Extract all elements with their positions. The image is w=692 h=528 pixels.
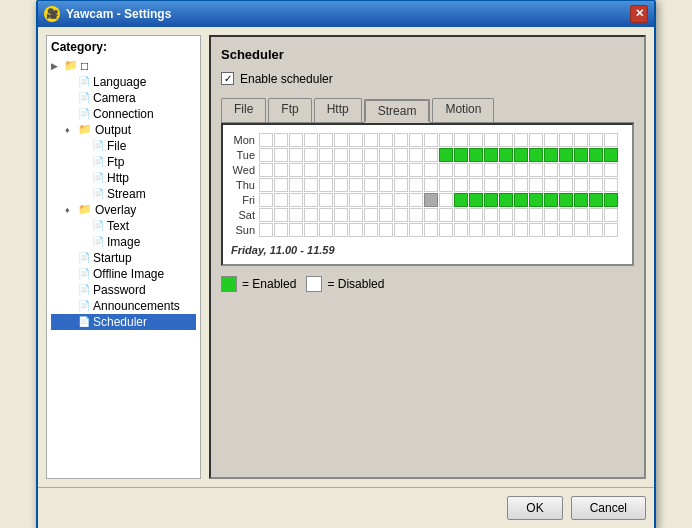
cell-fri-16[interactable] [499, 193, 513, 207]
cell-thu-11[interactable] [424, 178, 438, 192]
cell-fri-20[interactable] [559, 193, 573, 207]
cell-wed-3[interactable] [304, 163, 318, 177]
cell-sat-21[interactable] [574, 208, 588, 222]
cell-thu-1[interactable] [274, 178, 288, 192]
cell-tue-1[interactable] [274, 148, 288, 162]
cell-wed-19[interactable] [544, 163, 558, 177]
cell-sat-10[interactable] [409, 208, 423, 222]
cell-wed-6[interactable] [349, 163, 363, 177]
cell-tue-3[interactable] [304, 148, 318, 162]
cell-fri-23[interactable] [604, 193, 618, 207]
cell-tue-19[interactable] [544, 148, 558, 162]
cell-thu-0[interactable] [259, 178, 273, 192]
cell-sat-13[interactable] [454, 208, 468, 222]
cell-sun-1[interactable] [274, 223, 288, 237]
cell-tue-17[interactable] [514, 148, 528, 162]
cell-sun-16[interactable] [499, 223, 513, 237]
cell-sun-0[interactable] [259, 223, 273, 237]
cell-tue-23[interactable] [604, 148, 618, 162]
cell-mon-18[interactable] [529, 133, 543, 147]
sidebar-item-image[interactable]: 📄Image [51, 234, 196, 250]
cell-mon-0[interactable] [259, 133, 273, 147]
cell-fri-13[interactable] [454, 193, 468, 207]
cell-tue-4[interactable] [319, 148, 333, 162]
cell-mon-2[interactable] [289, 133, 303, 147]
cell-wed-2[interactable] [289, 163, 303, 177]
cell-sun-3[interactable] [304, 223, 318, 237]
cell-sat-22[interactable] [589, 208, 603, 222]
cell-sat-5[interactable] [334, 208, 348, 222]
cell-tue-13[interactable] [454, 148, 468, 162]
cell-sun-6[interactable] [349, 223, 363, 237]
cell-sat-11[interactable] [424, 208, 438, 222]
sidebar-item-output[interactable]: ♦📁Output [51, 122, 196, 138]
cell-fri-7[interactable] [364, 193, 378, 207]
cell-wed-14[interactable] [469, 163, 483, 177]
sidebar-item-camera[interactable]: 📄Camera [51, 90, 196, 106]
cell-tue-10[interactable] [409, 148, 423, 162]
cell-wed-15[interactable] [484, 163, 498, 177]
cell-mon-9[interactable] [394, 133, 408, 147]
cell-sat-19[interactable] [544, 208, 558, 222]
cell-fri-5[interactable] [334, 193, 348, 207]
cell-mon-10[interactable] [409, 133, 423, 147]
cell-mon-19[interactable] [544, 133, 558, 147]
cell-wed-22[interactable] [589, 163, 603, 177]
cell-mon-20[interactable] [559, 133, 573, 147]
cell-sat-8[interactable] [379, 208, 393, 222]
cell-thu-17[interactable] [514, 178, 528, 192]
cell-fri-12[interactable] [439, 193, 453, 207]
cell-sun-11[interactable] [424, 223, 438, 237]
sidebar-item-http[interactable]: 📄Http [51, 170, 196, 186]
cell-mon-15[interactable] [484, 133, 498, 147]
cell-tue-5[interactable] [334, 148, 348, 162]
cell-wed-1[interactable] [274, 163, 288, 177]
tab-http[interactable]: Http [314, 98, 362, 122]
cell-fri-21[interactable] [574, 193, 588, 207]
cell-wed-13[interactable] [454, 163, 468, 177]
sidebar-item-stream[interactable]: 📄Stream [51, 186, 196, 202]
cell-fri-19[interactable] [544, 193, 558, 207]
cell-sun-13[interactable] [454, 223, 468, 237]
tab-stream[interactable]: Stream [364, 99, 431, 123]
cell-sun-4[interactable] [319, 223, 333, 237]
cell-sun-14[interactable] [469, 223, 483, 237]
cell-tue-0[interactable] [259, 148, 273, 162]
cell-mon-12[interactable] [439, 133, 453, 147]
cell-sun-5[interactable] [334, 223, 348, 237]
cell-thu-22[interactable] [589, 178, 603, 192]
cell-wed-4[interactable] [319, 163, 333, 177]
cell-wed-16[interactable] [499, 163, 513, 177]
cell-sat-1[interactable] [274, 208, 288, 222]
cell-thu-19[interactable] [544, 178, 558, 192]
sidebar-item-file[interactable]: 📄File [51, 138, 196, 154]
cell-sun-9[interactable] [394, 223, 408, 237]
sidebar-item-ftp[interactable]: 📄Ftp [51, 154, 196, 170]
cell-tue-11[interactable] [424, 148, 438, 162]
cell-wed-12[interactable] [439, 163, 453, 177]
sidebar-item-password[interactable]: 📄Password [51, 282, 196, 298]
cell-sun-18[interactable] [529, 223, 543, 237]
cell-wed-7[interactable] [364, 163, 378, 177]
cell-sun-15[interactable] [484, 223, 498, 237]
cell-sat-20[interactable] [559, 208, 573, 222]
cell-sun-20[interactable] [559, 223, 573, 237]
cell-tue-22[interactable] [589, 148, 603, 162]
cell-thu-6[interactable] [349, 178, 363, 192]
cell-wed-9[interactable] [394, 163, 408, 177]
cell-sun-2[interactable] [289, 223, 303, 237]
tab-file[interactable]: File [221, 98, 266, 122]
cell-sun-19[interactable] [544, 223, 558, 237]
cell-thu-18[interactable] [529, 178, 543, 192]
cell-thu-15[interactable] [484, 178, 498, 192]
cell-mon-8[interactable] [379, 133, 393, 147]
cell-thu-20[interactable] [559, 178, 573, 192]
sidebar-item-announcements[interactable]: 📄Announcements [51, 298, 196, 314]
cell-fri-9[interactable] [394, 193, 408, 207]
cell-tue-20[interactable] [559, 148, 573, 162]
cell-sun-17[interactable] [514, 223, 528, 237]
cell-thu-10[interactable] [409, 178, 423, 192]
cell-sat-16[interactable] [499, 208, 513, 222]
cell-thu-3[interactable] [304, 178, 318, 192]
cell-fri-22[interactable] [589, 193, 603, 207]
